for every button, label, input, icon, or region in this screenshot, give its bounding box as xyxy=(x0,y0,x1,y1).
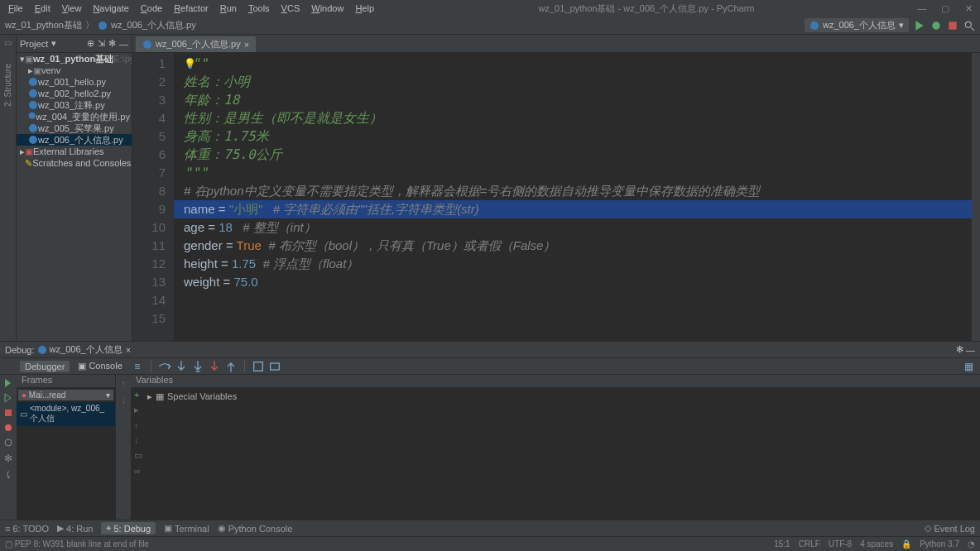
line-ending[interactable]: CRLF xyxy=(799,539,820,549)
minimize-button[interactable]: — xyxy=(914,3,930,14)
code-line[interactable]: name = "小明" # 字符串必须由""括住,字符串类型(str) xyxy=(174,200,980,218)
copy-watch-icon[interactable]: ▭ xyxy=(134,450,147,461)
stop-debug-icon[interactable] xyxy=(3,408,13,418)
code-line[interactable]: 年龄：18 xyxy=(174,91,980,109)
step-into-icon[interactable] xyxy=(175,360,188,373)
resume-icon[interactable] xyxy=(3,393,13,403)
debugger-tab[interactable]: Debugger xyxy=(20,361,70,372)
stack-frame[interactable]: ▭ <module>, wz_006_个人信 xyxy=(17,402,115,426)
tree-file[interactable]: wz_006_个人信息.py xyxy=(17,134,132,146)
code-line[interactable]: # 在python中定义变量不需要指定类型，解释器会根据=号右侧的数据自动推导变… xyxy=(174,182,980,200)
remove-watch-icon[interactable]: ▸ xyxy=(134,405,147,415)
layout-icon[interactable]: ▦ xyxy=(962,360,975,373)
rerun-icon[interactable] xyxy=(3,378,13,388)
editor-gutter[interactable]: 123456789101112131415 xyxy=(132,53,174,341)
code-line[interactable]: age = 18 # 整型（int） xyxy=(174,218,980,237)
close-tab-icon[interactable]: × xyxy=(244,40,249,50)
code-line[interactable]: 体重：75.0公斤 xyxy=(174,146,980,164)
down-watch-icon[interactable]: ↓ xyxy=(134,435,147,445)
tree-file[interactable]: wz_003_注释.py xyxy=(17,99,132,111)
code-line[interactable]: 💡 xyxy=(174,291,980,309)
settings-icon[interactable]: ✻ xyxy=(108,38,116,49)
editor-scrollbar[interactable] xyxy=(972,53,980,341)
code-line[interactable] xyxy=(174,309,980,328)
lock-icon[interactable]: 🔒 xyxy=(901,539,911,549)
run-icon[interactable] xyxy=(914,20,925,31)
select-opened-icon[interactable]: ⊕ xyxy=(87,38,94,49)
hide-icon[interactable]: — xyxy=(119,39,128,49)
hide-panel-icon[interactable]: — xyxy=(966,345,975,355)
force-step-into-icon[interactable] xyxy=(208,360,221,373)
editor-tab[interactable]: wz_006_个人信息.py × xyxy=(136,36,256,52)
menu-view[interactable]: View xyxy=(57,2,87,15)
close-debug-tab-icon[interactable]: × xyxy=(126,345,131,355)
tree-file[interactable]: wz_004_变量的使用.py xyxy=(17,111,132,122)
mute-breakpoints-icon[interactable] xyxy=(3,438,13,448)
evaluate-icon[interactable] xyxy=(268,360,281,373)
console-tab[interactable]: ▣ Console xyxy=(73,360,127,372)
next-frame-icon[interactable]: ↓ xyxy=(121,395,126,406)
code-line[interactable]: 性别：是男生（即不是就是女生） xyxy=(174,109,980,127)
infinity-icon[interactable]: ∞ xyxy=(134,466,147,476)
tree-scratches[interactable]: ✎ Scratches and Consoles xyxy=(17,157,132,169)
menu-run[interactable]: Run xyxy=(215,2,242,15)
breadcrumb-root[interactable]: wz_01_python基础 xyxy=(5,19,82,31)
status-icon[interactable]: ▢ xyxy=(5,539,12,549)
tree-file[interactable]: wz_002_hello2.py xyxy=(17,88,132,99)
close-button[interactable]: ✕ xyxy=(960,3,977,14)
intention-bulb-icon[interactable]: 💡 xyxy=(184,55,196,73)
menu-refactor[interactable]: Refactor xyxy=(169,2,214,15)
code-line[interactable]: """ xyxy=(174,164,980,182)
chevron-down-icon[interactable]: ▾ xyxy=(51,38,56,49)
stop-icon[interactable] xyxy=(947,20,958,31)
settings-debug-icon[interactable]: ✻ xyxy=(4,453,12,464)
terminal-tab[interactable]: ▣Terminal xyxy=(164,523,209,534)
menu-tools[interactable]: Tools xyxy=(243,2,275,15)
project-tree[interactable]: ▾ ▣ wz_01_python基础 E:\py\wz_01_p▸ ▣ venv… xyxy=(17,53,132,341)
code-editor[interactable]: 123456789101112131415 """姓名：小明年龄：18性别：是男… xyxy=(132,53,980,341)
view-breakpoints-icon[interactable] xyxy=(3,423,13,433)
project-label[interactable]: Project xyxy=(20,39,48,49)
variable-row[interactable]: ▸ ▦ Special Variables xyxy=(147,390,237,518)
menu-window[interactable]: Window xyxy=(306,2,348,15)
step-over-icon[interactable] xyxy=(158,360,171,373)
editor-content[interactable]: """姓名：小明年龄：18性别：是男生（即不是就是女生）身高：1.75米体重：7… xyxy=(174,53,980,341)
gear-icon[interactable]: ✻ xyxy=(956,344,963,355)
menu-vcs[interactable]: VCS xyxy=(276,2,305,15)
prev-frame-icon[interactable]: ↑ xyxy=(121,378,126,390)
expand-icon[interactable]: ▸ xyxy=(147,391,152,402)
step-into-my-code-icon[interactable] xyxy=(191,360,204,373)
inspection-icon[interactable]: ◔ xyxy=(968,539,975,549)
code-line[interactable]: weight = 75.0 xyxy=(174,273,980,291)
search-icon[interactable] xyxy=(963,20,975,31)
up-watch-icon[interactable]: ↑ xyxy=(134,420,147,430)
threads-icon[interactable]: ≡ xyxy=(131,360,144,373)
debug-bottom-tab[interactable]: ⌖5: Debug xyxy=(101,522,156,534)
code-line[interactable]: height = 1.75 # 浮点型（float） xyxy=(174,255,980,273)
code-line[interactable]: """ xyxy=(174,55,980,73)
frames-list[interactable]: ● Mai...read▾ ▭ <module>, wz_006_个人信 xyxy=(17,388,115,520)
step-out-icon[interactable] xyxy=(224,360,238,373)
run-config-selector[interactable]: wz_006_个人信息 ▾ xyxy=(805,18,909,32)
tree-root[interactable]: ▾ ▣ wz_01_python基础 E:\py\wz_01_p xyxy=(17,53,132,65)
add-watch-icon[interactable]: + xyxy=(134,390,147,400)
breadcrumb-file[interactable]: wz_006_个人信息.py xyxy=(111,19,196,31)
thread-selector[interactable]: ● Mai...read▾ xyxy=(18,390,113,400)
code-line[interactable]: 姓名：小明 xyxy=(174,73,980,91)
interpreter[interactable]: Python 3.7 xyxy=(920,539,959,549)
expand-all-icon[interactable]: ⇲ xyxy=(98,38,105,49)
indent-info[interactable]: 4 spaces xyxy=(860,539,893,549)
pin-icon[interactable]: ⤹ xyxy=(4,469,12,481)
run-to-cursor-icon[interactable] xyxy=(252,360,265,373)
code-line[interactable]: 身高：1.75米 xyxy=(174,127,980,146)
cursor-position[interactable]: 15:1 xyxy=(774,539,790,549)
tree-ext-libs[interactable]: ▸ ▣ External Libraries xyxy=(17,146,132,157)
menu-navigate[interactable]: Navigate xyxy=(88,2,133,15)
tree-file[interactable]: wz_001_hello.py xyxy=(17,76,132,88)
structure-tool-button[interactable]: 2: Structure xyxy=(3,64,12,107)
python-console-tab[interactable]: ◉Python Console xyxy=(218,523,293,534)
maximize-button[interactable]: ▢ xyxy=(937,3,954,14)
code-line[interactable]: gender = True # 布尔型（bool），只有真（True）或者假（F… xyxy=(174,237,980,255)
debug-icon[interactable] xyxy=(930,20,942,31)
menu-edit[interactable]: Edit xyxy=(30,2,55,15)
